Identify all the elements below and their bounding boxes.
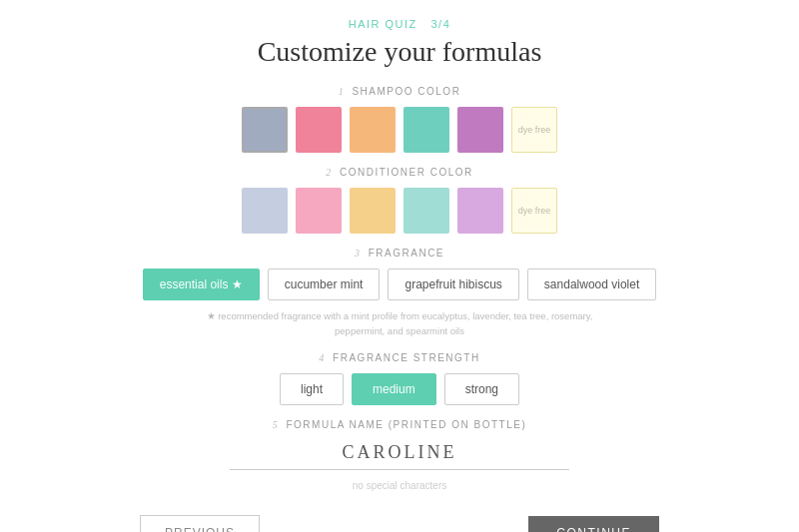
shampoo-swatch-1[interactable] [242,107,288,153]
fragrance-btn-cucumber-mint[interactable]: cucumber mint [268,268,381,300]
strength-btn-strong[interactable]: strong [444,373,519,405]
strength-number: 4 [319,352,326,363]
fragrance-section: 3 FRAGRANCE essential oils ★ cucumber mi… [140,248,659,338]
continue-button[interactable]: CONTINUE [528,516,659,532]
shampoo-swatch-5[interactable] [457,107,503,153]
conditioner-swatch-2[interactable] [296,188,342,234]
quiz-step: 3/4 [431,18,451,30]
formula-name-input[interactable] [230,442,569,469]
page-title: Customize your formulas [258,36,542,68]
formula-name-label: 5 FORMULA NAME (PRINTED ON BOTTLE) [273,419,527,430]
conditioner-label-text: CONDITIONER COLOR [340,167,473,178]
strength-options: light medium strong [280,373,519,405]
strength-btn-medium[interactable]: medium [352,373,436,405]
quiz-header: HAIR QUIZ 3/4 [349,18,451,30]
previous-button[interactable]: PREVIOUS [140,515,260,532]
formula-name-label-text: FORMULA NAME (PRINTED ON BOTTLE) [286,419,526,430]
strength-label-text: FRAGRANCE STRENGTH [333,352,480,363]
strength-btn-light[interactable]: light [280,373,344,405]
fragrance-btn-grapefruit-hibiscus[interactable]: grapefruit hibiscus [388,268,518,300]
shampoo-section: 1 SHAMPOO COLOR dye free [140,86,659,153]
conditioner-number: 2 [326,167,333,178]
strength-label: 4 FRAGRANCE STRENGTH [319,352,479,363]
conditioner-swatches: dye free [242,188,557,234]
shampoo-label: 1 SHAMPOO COLOR [339,86,461,97]
shampoo-label-text: SHAMPOO COLOR [352,86,460,97]
fragrance-btn-essential-oils[interactable]: essential oils ★ [143,268,260,300]
conditioner-swatch-3[interactable] [350,188,396,234]
conditioner-swatch-1[interactable] [242,188,288,234]
conditioner-dye-free[interactable]: dye free [511,188,557,234]
shampoo-swatch-2[interactable] [296,107,342,153]
conditioner-label: 2 CONDITIONER COLOR [326,167,473,178]
formula-name-input-wrapper [230,442,569,470]
conditioner-swatch-5[interactable] [457,188,503,234]
shampoo-swatch-4[interactable] [403,107,449,153]
conditioner-section: 2 CONDITIONER COLOR dye free [140,167,659,234]
fragrance-note: ★ recommended fragrance with a mint prof… [200,308,599,338]
formula-name-number: 5 [273,419,280,430]
bottom-buttons: PREVIOUS CONTINUE [140,515,659,532]
shampoo-swatch-3[interactable] [350,107,396,153]
fragrance-label: 3 FRAGRANCE [355,248,444,259]
no-special-chars-hint: no special characters [353,480,447,491]
conditioner-swatch-4[interactable] [403,188,449,234]
fragrance-options: essential oils ★ cucumber mint grapefrui… [143,268,657,300]
fragrance-label-text: FRAGRANCE [369,248,444,259]
strength-section: 4 FRAGRANCE STRENGTH light medium strong [140,352,659,405]
fragrance-number: 3 [355,248,362,259]
formula-name-section: 5 FORMULA NAME (PRINTED ON BOTTLE) no sp… [140,419,659,491]
shampoo-dye-free[interactable]: dye free [511,107,557,153]
shampoo-number: 1 [339,86,346,97]
fragrance-btn-sandalwood-violet[interactable]: sandalwood violet [527,268,656,300]
shampoo-swatches: dye free [242,107,557,153]
quiz-label: HAIR QUIZ [349,18,417,30]
